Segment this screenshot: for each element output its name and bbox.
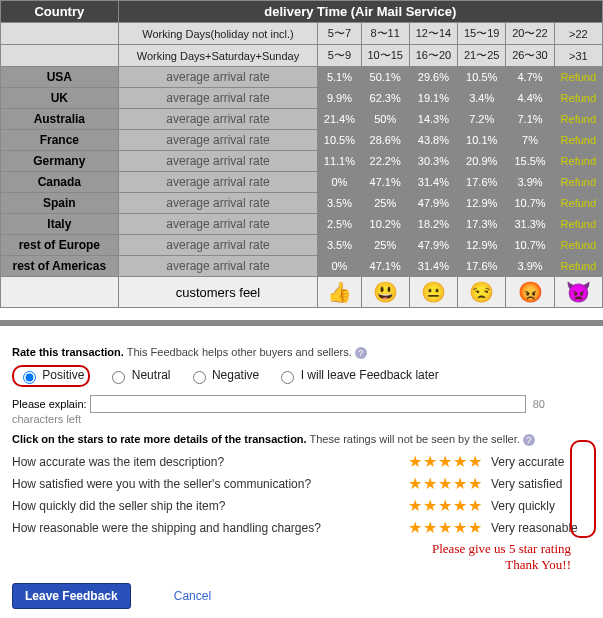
help-icon[interactable]: ?: [523, 434, 535, 446]
data-cell: 31.3%: [506, 214, 554, 235]
data-cell: 10.5%: [458, 67, 506, 88]
rate-label: average arrival rate: [118, 151, 318, 172]
data-cell: 18.2%: [409, 214, 457, 235]
data-cell: 4.4%: [506, 88, 554, 109]
divider: [0, 320, 603, 326]
customers-feel: customers feel: [118, 277, 318, 308]
star-question: How satisfied were you with the seller's…: [12, 477, 408, 491]
country-cell: Italy: [1, 214, 119, 235]
radio-negative[interactable]: [193, 371, 206, 384]
data-cell: 10.7%: [506, 235, 554, 256]
country-cell: rest of Americas: [1, 256, 119, 277]
refund-cell: Refund: [554, 214, 602, 235]
rate-label: average arrival rate: [118, 88, 318, 109]
refund-cell: Refund: [554, 172, 602, 193]
star-question: How reasonable were the shipping and han…: [12, 521, 408, 535]
data-cell: 10.2%: [361, 214, 409, 235]
data-cell: 15.5%: [506, 151, 554, 172]
data-cell: 21.4%: [318, 109, 361, 130]
emoji-thumbs-up: 👍: [318, 277, 361, 308]
stars-title-bold: Click on the stars to rate more details …: [12, 433, 307, 445]
emoji-devil: 👿: [554, 277, 602, 308]
header-country: Country: [1, 1, 119, 23]
data-cell: 19.1%: [409, 88, 457, 109]
data-cell: 3.4%: [458, 88, 506, 109]
star-rating[interactable]: ★★★★★: [408, 474, 483, 493]
cancel-link[interactable]: Cancel: [174, 589, 211, 603]
data-cell: 7.2%: [458, 109, 506, 130]
data-cell: 25%: [361, 193, 409, 214]
feedback-section: Rate this transaction. This Feedback hel…: [0, 334, 603, 618]
please-note: Please give us 5 star ratingThank You!!: [12, 541, 571, 573]
country-cell: rest of Europe: [1, 235, 119, 256]
emoji-angry: 😡: [506, 277, 554, 308]
star-rating[interactable]: ★★★★★: [408, 452, 483, 471]
data-cell: 2.5%: [318, 214, 361, 235]
data-cell: 12.9%: [458, 193, 506, 214]
data-cell: 5.1%: [318, 67, 361, 88]
explain-input[interactable]: [90, 395, 526, 413]
refund-cell: Refund: [554, 193, 602, 214]
emoji-unhappy: 😒: [458, 277, 506, 308]
country-cell: France: [1, 130, 119, 151]
data-cell: 43.8%: [409, 130, 457, 151]
header-working-sat: Working Days+Saturday+Sunday: [118, 45, 318, 67]
data-cell: 0%: [318, 172, 361, 193]
data-cell: 12.9%: [458, 235, 506, 256]
data-cell: 17.6%: [458, 172, 506, 193]
radio-neutral[interactable]: [112, 371, 125, 384]
data-cell: 25%: [361, 235, 409, 256]
country-cell: UK: [1, 88, 119, 109]
data-cell: 47.1%: [361, 256, 409, 277]
data-cell: 17.3%: [458, 214, 506, 235]
star-rating[interactable]: ★★★★★: [408, 496, 483, 515]
header-working-days: Working Days(holiday not incl.): [118, 23, 318, 45]
data-cell: 11.1%: [318, 151, 361, 172]
rate-label: average arrival rate: [118, 193, 318, 214]
refund-cell: Refund: [554, 88, 602, 109]
emoji-neutral: 😐: [409, 277, 457, 308]
data-cell: 3.5%: [318, 235, 361, 256]
rate-label: average arrival rate: [118, 109, 318, 130]
refund-cell: Refund: [554, 151, 602, 172]
emoji-happy: 😃: [361, 277, 409, 308]
country-cell: USA: [1, 67, 119, 88]
rate-label: average arrival rate: [118, 130, 318, 151]
data-cell: 10.7%: [506, 193, 554, 214]
radio-positive[interactable]: [23, 371, 36, 384]
data-cell: 9.9%: [318, 88, 361, 109]
rate-label: average arrival rate: [118, 256, 318, 277]
country-cell: Australia: [1, 109, 119, 130]
data-cell: 10.5%: [318, 130, 361, 151]
rate-label: average arrival rate: [118, 214, 318, 235]
data-cell: 62.3%: [361, 88, 409, 109]
help-icon[interactable]: ?: [355, 347, 367, 359]
data-cell: 29.6%: [409, 67, 457, 88]
data-cell: 17.6%: [458, 256, 506, 277]
refund-cell: Refund: [554, 256, 602, 277]
data-cell: 3.9%: [506, 256, 554, 277]
refund-cell: Refund: [554, 130, 602, 151]
country-cell: Spain: [1, 193, 119, 214]
data-cell: 47.1%: [361, 172, 409, 193]
star-rating[interactable]: ★★★★★: [408, 518, 483, 537]
rate-label: average arrival rate: [118, 67, 318, 88]
data-cell: 14.3%: [409, 109, 457, 130]
data-cell: 50%: [361, 109, 409, 130]
radio-later[interactable]: [281, 371, 294, 384]
data-cell: 28.6%: [361, 130, 409, 151]
data-cell: 31.4%: [409, 172, 457, 193]
leave-feedback-button[interactable]: Leave Feedback: [12, 583, 131, 609]
star-question: How accurate was the item description?: [12, 455, 408, 469]
refund-cell: Refund: [554, 109, 602, 130]
delivery-table: Country delivery Time (Air Mail Service)…: [0, 0, 603, 308]
data-cell: 3.5%: [318, 193, 361, 214]
data-cell: 47.9%: [409, 235, 457, 256]
five-star-highlight: [570, 440, 596, 538]
explain-label: Please explain:: [12, 398, 87, 410]
country-cell: Canada: [1, 172, 119, 193]
data-cell: 22.2%: [361, 151, 409, 172]
data-cell: 10.1%: [458, 130, 506, 151]
refund-cell: Refund: [554, 235, 602, 256]
refund-cell: Refund: [554, 67, 602, 88]
